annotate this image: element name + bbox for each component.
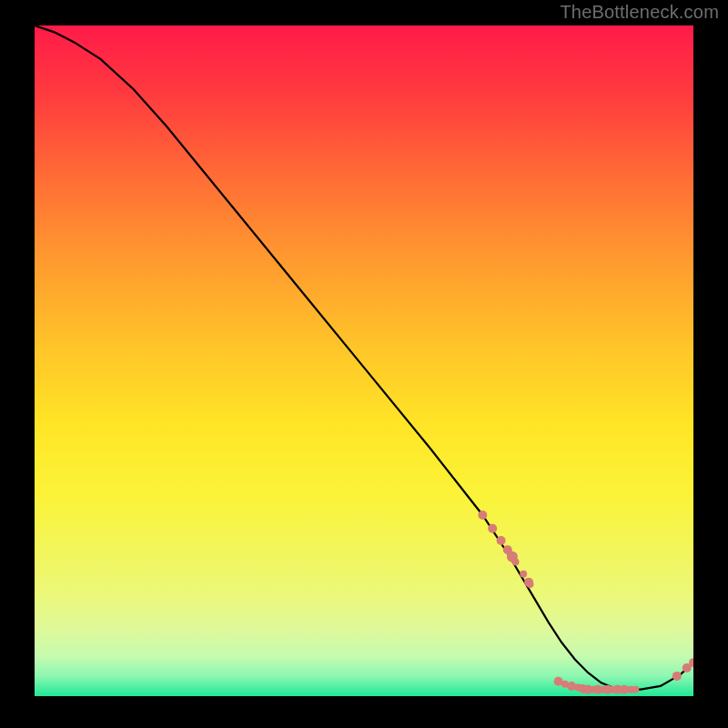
curve-markers	[478, 511, 693, 694]
curve-marker	[488, 524, 497, 533]
curve-marker	[672, 672, 682, 681]
bottleneck-curve-svg	[35, 25, 693, 696]
chart-container: TheBottleneck.com	[0, 0, 728, 728]
curve-marker	[520, 571, 527, 578]
bottleneck-curve	[35, 25, 693, 690]
curve-marker	[497, 536, 506, 545]
curve-marker	[512, 559, 520, 566]
curve-marker	[478, 511, 487, 520]
curve-marker	[526, 581, 533, 588]
plot-area	[35, 25, 693, 696]
curve-marker	[632, 686, 639, 693]
attribution-text: TheBottleneck.com	[560, 2, 719, 23]
curve-marker	[567, 682, 576, 691]
